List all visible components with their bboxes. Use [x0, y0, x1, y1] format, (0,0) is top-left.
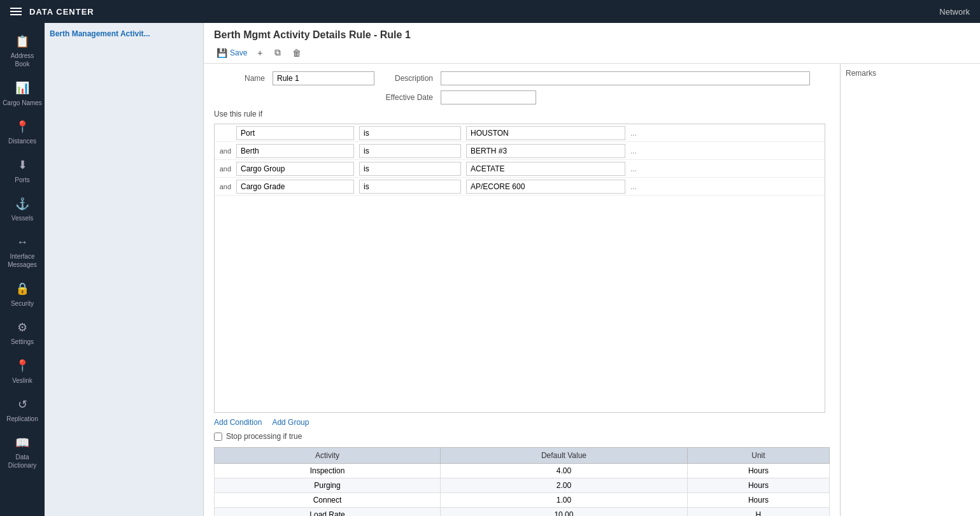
cond-field-3[interactable]	[236, 180, 354, 194]
sidebar-item-vessels[interactable]: ⚓ Vessels	[0, 190, 45, 229]
form-area: Name Description Effective Date Use this…	[204, 64, 840, 516]
toolbar: 💾 Save + ⧉ 🗑	[214, 46, 970, 59]
cond-value-1[interactable]	[466, 144, 625, 158]
detail-header: Berth Mgmt Activity Details Rule - Rule …	[204, 23, 980, 64]
add-group-link[interactable]: Add Group	[272, 418, 309, 427]
sidebar-item-address-book[interactable]: 📋 Address Book	[0, 28, 45, 75]
save-icon: 💾	[217, 48, 227, 58]
sidebar-item-label: Settings	[11, 338, 34, 346]
replication-icon: ↺	[18, 398, 27, 412]
add-button[interactable]: +	[253, 47, 266, 59]
col-default-value: Default Value	[441, 448, 688, 464]
name-row: Name Description	[214, 71, 830, 85]
sidebar-item-label: Address Book	[3, 52, 42, 68]
remarks-panel: Remarks	[840, 64, 980, 516]
table-row: Purging 2.00 Hours	[215, 478, 830, 493]
app-title: DATA CENTER	[29, 7, 94, 17]
distances-icon: 📍	[15, 120, 29, 134]
cell-default-value: 4.00	[441, 464, 688, 478]
address-book-icon: 📋	[15, 34, 29, 49]
sidebar-item-label: Distances	[8, 137, 36, 145]
interface-messages-icon: ↔	[17, 235, 28, 250]
save-label: Save	[230, 48, 247, 57]
cond-op-0[interactable]	[359, 126, 461, 140]
cond-op-1[interactable]	[359, 144, 461, 158]
activities-table: Activity Default Value Unit Inspection 4…	[214, 447, 830, 516]
condition-row: and ...	[215, 142, 825, 160]
col-activity: Activity	[215, 448, 441, 464]
cond-op-2[interactable]	[359, 162, 461, 176]
cond-value-0[interactable]	[466, 126, 625, 140]
cond-dots-3[interactable]: ...	[628, 182, 639, 191]
connector-3: and	[215, 183, 234, 190]
sidebar-item-label: Security	[11, 299, 34, 308]
cond-field-0[interactable]	[236, 126, 354, 140]
right-panel: Berth Mgmt Activity Details Rule - Rule …	[204, 23, 980, 516]
cell-unit: Hours	[687, 478, 829, 493]
condition-row: and ...	[215, 160, 825, 178]
sidebar-item-security[interactable]: 🔒 Security	[0, 275, 45, 313]
main-content: Name Description Effective Date Use this…	[204, 64, 840, 516]
save-button[interactable]: 💾 Save	[214, 47, 250, 59]
delete-button[interactable]: 🗑	[288, 47, 305, 59]
sidebar-item-ports[interactable]: ⬇ Ports	[0, 152, 45, 190]
col-unit: Unit	[687, 448, 829, 464]
condition-row: and ...	[215, 178, 825, 196]
stop-processing-label: Stop processing if true	[226, 432, 302, 441]
sidebar-item-label: Ports	[15, 176, 29, 184]
cell-default-value: 1.00	[441, 493, 688, 508]
cond-field-2[interactable]	[236, 162, 354, 176]
copy-button[interactable]: ⧉	[271, 46, 285, 59]
effective-date-input[interactable]	[441, 90, 536, 104]
sidebar-item-cargo-names[interactable]: 📊 Cargo Names	[0, 75, 45, 113]
use-this-rule-label: Use this rule if	[214, 110, 830, 118]
left-panel: Berth Management Activit...	[45, 23, 204, 516]
condition-row: ...	[215, 124, 825, 142]
table-row: Inspection 4.00 Hours	[215, 464, 830, 478]
sidebar-item-settings[interactable]: ⚙ Settings	[0, 314, 45, 352]
description-label: Description	[382, 74, 433, 83]
cell-default-value: 10.00	[441, 508, 688, 517]
cell-unit: Hours	[687, 493, 829, 508]
add-condition-link[interactable]: Add Condition	[214, 418, 262, 427]
connector-2: and	[215, 165, 234, 173]
cond-dots-2[interactable]: ...	[628, 164, 639, 173]
remarks-label: Remarks	[846, 69, 975, 78]
vessels-icon: ⚓	[15, 197, 29, 211]
table-row: Load Rate 10.00 H	[215, 508, 830, 517]
cond-value-2[interactable]	[466, 162, 625, 176]
hamburger-menu[interactable]	[10, 8, 22, 15]
security-icon: 🔒	[15, 282, 29, 296]
cell-unit: Hours	[687, 464, 829, 478]
cond-dots-1[interactable]: ...	[628, 147, 639, 155]
table-row: Connect 1.00 Hours	[215, 493, 830, 508]
data-dictionary-icon: 📖	[15, 436, 29, 450]
cell-default-value: 2.00	[441, 478, 688, 493]
activities-table-wrapper: Activity Default Value Unit Inspection 4…	[214, 447, 830, 516]
conditions-table: ... and ...	[214, 124, 825, 413]
add-links: Add Condition Add Group	[214, 418, 830, 427]
cargo-names-icon: 📊	[15, 81, 29, 96]
ports-icon: ⬇	[18, 158, 27, 173]
sidebar-item-distances[interactable]: 📍 Distances	[0, 113, 45, 152]
sidebar-item-label: Veslink	[12, 376, 32, 385]
sidebar-item-interface-messages[interactable]: ↔ Interface Messages	[0, 229, 45, 275]
cond-field-1[interactable]	[236, 144, 354, 158]
sidebar-item-replication[interactable]: ↺ Replication	[0, 391, 45, 429]
sidebar: 📋 Address Book 📊 Cargo Names 📍 Distances…	[0, 23, 45, 516]
description-input[interactable]	[441, 71, 810, 85]
sidebar-item-label: Replication	[6, 415, 38, 423]
settings-icon: ⚙	[17, 320, 27, 335]
name-input[interactable]	[273, 71, 374, 85]
sidebar-item-data-dictionary[interactable]: 📖 Data Dictionary	[0, 429, 45, 476]
cond-dots-0[interactable]: ...	[628, 129, 639, 138]
cond-value-3[interactable]	[466, 180, 625, 194]
breadcrumb[interactable]: Berth Management Activit...	[50, 29, 150, 38]
stop-processing-checkbox[interactable]	[214, 433, 222, 441]
cell-activity: Load Rate	[215, 508, 441, 517]
detail-title: Berth Mgmt Activity Details Rule - Rule …	[214, 29, 970, 41]
cell-unit: H	[687, 508, 829, 517]
cond-op-3[interactable]	[359, 180, 461, 194]
sidebar-item-veslink[interactable]: 📍 Veslink	[0, 352, 45, 391]
veslink-icon: 📍	[15, 359, 29, 373]
